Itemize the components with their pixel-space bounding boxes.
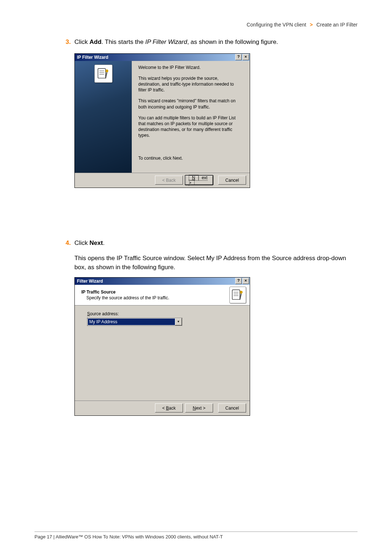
back-button[interactable]: < Back: [155, 403, 183, 413]
source-address-label: Source address:: [87, 311, 237, 316]
wizard-icon: [229, 287, 246, 303]
svg-point-4: [105, 69, 108, 72]
dialog1-titlebar: IP Filter Wizard ? ×: [75, 54, 250, 61]
step-4-description: This opens the IP Traffic Source window.…: [74, 254, 358, 272]
source-address-dropdown[interactable]: My IP Address ▼: [87, 318, 182, 326]
wizard-icon: [94, 65, 113, 83]
page-footer: Page 17 | AlliedWare™ OS How To Note: VP…: [34, 532, 358, 539]
svg-rect-0: [98, 68, 105, 78]
ip-filter-wizard-dialog: IP Filter Wizard ? × Welcome to: [74, 53, 250, 188]
dialog1-footer: < Back Next > Cancel: [75, 173, 250, 188]
dialog2-body: Source address: My IP Address ▼: [75, 305, 250, 401]
step-4-number: 4.: [64, 239, 71, 248]
wizard-content: Welcome to the IP Filter Wizard. This wi…: [132, 61, 250, 173]
breadcrumb-section: Configuring the VPN client: [246, 22, 306, 28]
dialog1-title: IP Filter Wizard: [77, 55, 234, 60]
dialog2-footer: < Back Next > Cancel: [75, 401, 250, 415]
dialog2-titlebar: Filter Wizard ? ×: [75, 278, 250, 285]
breadcrumb: Configuring the VPN client > Create an I…: [34, 22, 358, 28]
wizard-welcome: Welcome to the IP Filter Wizard.: [138, 65, 242, 70]
breadcrumb-arrow: >: [310, 22, 313, 28]
step-4-text: Click Next.: [74, 239, 358, 248]
step-3-text: Click Add. This starts the IP Filter Wiz…: [74, 38, 358, 47]
help-icon[interactable]: ?: [235, 278, 242, 284]
step-4: 4. Click Next.: [64, 239, 358, 248]
wizard-p3: This wizard creates "mirrored" filters t…: [138, 98, 242, 110]
cancel-button[interactable]: Cancel: [218, 403, 246, 413]
wizard-continue: To continue, click Next.: [138, 155, 242, 161]
cancel-button[interactable]: Cancel: [218, 176, 246, 185]
close-icon[interactable]: ×: [242, 278, 249, 284]
back-button: < Back: [155, 176, 183, 185]
dialog2-head-sub: Specify the source address of the IP tra…: [86, 295, 229, 300]
dialog2-head-title: IP Traffic Source: [81, 290, 229, 295]
wizard-p4: You can add multiple filters to build an…: [138, 115, 242, 139]
wizard-p2: This wizard helps you provide the source…: [138, 75, 242, 93]
svg-point-10: [240, 291, 243, 294]
filter-wizard-dialog: Filter Wizard ? × IP Traffic Source Spec…: [74, 277, 250, 416]
dialog2-header: IP Traffic Source Specify the source add…: [75, 285, 250, 305]
chevron-down-icon[interactable]: ▼: [175, 318, 182, 325]
help-icon[interactable]: ?: [235, 54, 242, 60]
breadcrumb-page: Create an IP Filter: [317, 22, 358, 28]
dialog2-title: Filter Wizard: [77, 279, 234, 284]
next-button[interactable]: Next >: [185, 403, 213, 413]
svg-rect-6: [232, 290, 240, 299]
step-3-number: 3.: [64, 38, 71, 47]
wizard-sidebar-image: [75, 61, 132, 173]
step-3: 3. Click Add. This starts the IP Filter …: [64, 38, 358, 47]
source-address-value: My IP Address: [87, 318, 175, 325]
close-icon[interactable]: ×: [242, 54, 249, 60]
next-button[interactable]: Next >: [185, 176, 213, 185]
